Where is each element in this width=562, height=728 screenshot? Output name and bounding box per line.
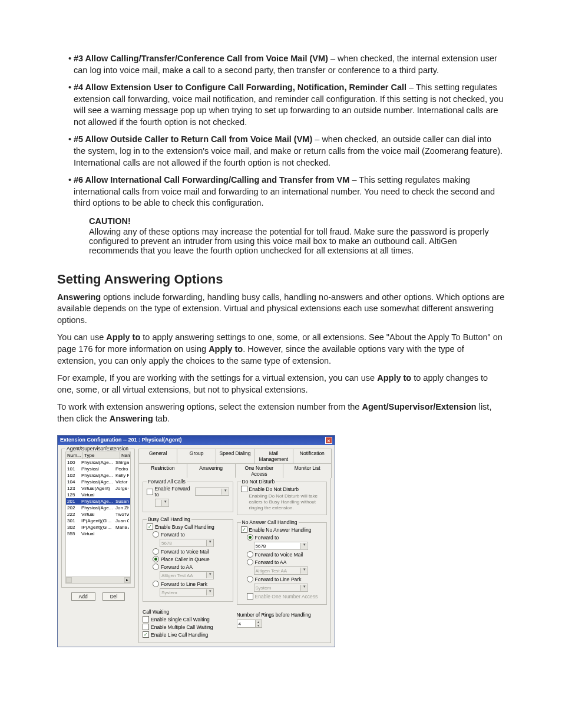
answering-text: options include forwarding, handling bus…: [57, 292, 504, 325]
radio-noans-forward-vm[interactable]: [247, 551, 253, 558]
col-type[interactable]: Type: [83, 452, 120, 459]
table-row[interactable]: 201Physical(Age...Susan E...: [66, 498, 130, 505]
label-noans-forward-aa: Forward to AA: [255, 559, 287, 565]
checkbox-enable-dnd[interactable]: [241, 486, 247, 492]
combo-noans-forward-to[interactable]: 5678: [254, 542, 308, 550]
checkbox-enable-no-answer[interactable]: [241, 526, 247, 533]
col-name[interactable]: Name: [120, 452, 130, 459]
label-enable-busy: Enable Busy Call Handling: [155, 524, 214, 530]
extension-table[interactable]: Num... Type Name 100Physical(Age...Shirg…: [65, 452, 131, 584]
label-enable-no-answer: Enable No Answer Handling: [249, 527, 312, 533]
combo-busy-forward-to[interactable]: 5678: [160, 539, 214, 547]
radio-busy-queue[interactable]: [153, 556, 159, 562]
label-busy-forward-aa: Forward to AA: [161, 564, 193, 570]
tab-general[interactable]: General: [138, 449, 177, 463]
del-button[interactable]: Del: [103, 592, 125, 601]
label-busy-forward-to: Forward to: [161, 532, 185, 538]
combo-forward-target[interactable]: [195, 487, 229, 496]
table-row[interactable]: 302IP(Agent)(Gl...Maria Alv...: [66, 524, 130, 531]
group-label: Forward All Calls: [147, 479, 187, 485]
group-forward-all-calls: Forward All Calls Enable Forward to: [143, 482, 233, 512]
spin-rings[interactable]: 4 ▲▼: [237, 620, 262, 628]
label-enable-forward-to: Enable Forward to: [155, 486, 194, 498]
label-call-waiting: Call Waiting: [143, 609, 233, 615]
scrollbar-horizontal[interactable]: [66, 577, 130, 583]
table-row[interactable]: 222VirtualTwoTwo...: [66, 511, 130, 518]
radio-noans-forward-aa[interactable]: [247, 559, 253, 565]
label-busy-forward-vm: Forward to Voice Mail: [161, 549, 209, 555]
radio-noans-forward-to[interactable]: [247, 534, 253, 541]
table-row[interactable]: 555Virtual: [66, 531, 130, 537]
combo-noans-aa[interactable]: Altigen Test AA: [254, 566, 308, 575]
apply-to-bold: Apply to: [106, 332, 140, 342]
checkbox-single-call-waiting[interactable]: [143, 616, 149, 622]
tab-restriction[interactable]: Restriction: [138, 463, 187, 478]
radio-busy-forward-to[interactable]: [153, 531, 159, 538]
group-label: Busy Call Handling: [147, 516, 191, 522]
dialog-extension-configuration: Extension Configuration -- 201 : Physica…: [57, 435, 335, 647]
label-busy-line-park: Forward to Line Park: [161, 581, 207, 587]
tab-one-number-access[interactable]: One Number Access: [235, 463, 284, 478]
label-enable-dnd: Enable Do Not Disturb: [249, 486, 299, 492]
group-label: Agent/Supervisor/Extension: [65, 446, 130, 452]
table-row[interactable]: 202Physical(Age...Jon Zhang: [66, 505, 130, 511]
checkbox-live-call-handling[interactable]: [143, 631, 149, 638]
tab-group[interactable]: Group: [177, 449, 216, 463]
caution-text: Allowing any of these options may increa…: [89, 227, 489, 255]
table-row[interactable]: 100Physical(Age...Shirgam...: [66, 459, 130, 466]
bullet-label: #6 Allow International Call Forwarding/C…: [74, 175, 349, 185]
note-dnd: Enabling Do Not Disturb will take caller…: [249, 493, 323, 511]
tab-monitor-list[interactable]: Monitor List: [283, 463, 332, 478]
radio-busy-line-park[interactable]: [153, 581, 159, 587]
table-row[interactable]: 125Virtual: [66, 492, 130, 498]
label-enable-ona: Enable One Number Access: [255, 594, 318, 599]
tab-speed-dialing[interactable]: Speed Dialing: [216, 449, 254, 463]
caution-block: CAUTION! Allowing any of these options m…: [89, 216, 505, 255]
tab-answering[interactable]: Answering: [187, 463, 236, 478]
tab-mail-management[interactable]: Mail Management: [254, 449, 293, 463]
combo-noans-line-park[interactable]: System: [254, 584, 308, 592]
close-icon[interactable]: ×: [325, 437, 332, 444]
col-num[interactable]: Num...: [66, 452, 83, 459]
caution-label: CAUTION!: [89, 216, 505, 226]
table-row[interactable]: 101PhysicalPedro Sa...: [66, 466, 130, 472]
group-busy-call-handling: Busy Call Handling Enable Busy Call Hand…: [143, 519, 233, 602]
answering-bold: Answering: [57, 292, 101, 302]
tab-notification[interactable]: Notification: [293, 449, 332, 463]
group-label: No Answer Call Handling: [241, 519, 299, 525]
label-busy-queue: Place Caller in Queue: [161, 556, 210, 562]
group-label: Do Not Disturb: [241, 479, 276, 485]
checkbox-multiple-call-waiting[interactable]: [143, 624, 149, 630]
group-agent-supervisor-extension: Agent/Supervisor/Extension Num... Type N…: [61, 449, 135, 588]
group-no-answer-handling: No Answer Call Handling Enable No Answer…: [237, 522, 328, 605]
table-row[interactable]: 104Physical(Age...Victor Shih: [66, 479, 130, 485]
combo-forward-sub[interactable]: [155, 499, 169, 507]
add-button[interactable]: Add: [71, 592, 95, 601]
combo-busy-line-park[interactable]: System: [160, 588, 214, 597]
combo-busy-aa[interactable]: Altigen Test AA: [160, 571, 214, 579]
checkbox-enable-busy[interactable]: [147, 523, 153, 530]
group-call-waiting: Call Waiting Enable Single Call Waiting …: [143, 609, 233, 639]
label-noans-forward-to: Forward to: [255, 535, 279, 541]
dialog-title: Extension Configuration -- 201 : Physica…: [60, 437, 325, 444]
label-noans-line-park: Forward to Line Park: [255, 577, 302, 582]
checkbox-enable-ona[interactable]: [247, 593, 253, 599]
bullet-label: #3 Allow Calling/Transfer/Conference Cal…: [74, 54, 328, 63]
radio-busy-forward-aa[interactable]: [153, 564, 159, 570]
label-noans-forward-vm: Forward to Voice Mail: [255, 552, 303, 558]
label-single-call-waiting: Enable Single Call Waiting: [151, 617, 210, 622]
checkbox-enable-forward-to[interactable]: [147, 489, 153, 495]
p4-seg: tab.: [153, 414, 170, 423]
radio-noans-line-park[interactable]: [247, 576, 253, 582]
answering-tab-bold: Answering: [110, 414, 153, 423]
group-rings-before-handling: Number of Rings before Handling 4 ▲▼: [237, 612, 328, 629]
table-row[interactable]: 102Physical(Age...Kelly Pine: [66, 472, 130, 479]
table-row[interactable]: 301IP(Agent)(Gl...Juan Oro...: [66, 518, 130, 524]
table-row[interactable]: 123Virtual(Agent)Jorge Go...: [66, 485, 130, 492]
list-name-bold: Agent/Supervisor/Extension: [362, 402, 476, 411]
section-heading: Setting Answering Options: [57, 272, 505, 287]
apply-to-bold: Apply to: [209, 344, 243, 354]
p3-seg: For example, If you are working with the…: [57, 373, 377, 383]
label-multiple-call-waiting: Enable Multiple Call Waiting: [151, 624, 213, 630]
radio-busy-forward-vm[interactable]: [153, 548, 159, 555]
